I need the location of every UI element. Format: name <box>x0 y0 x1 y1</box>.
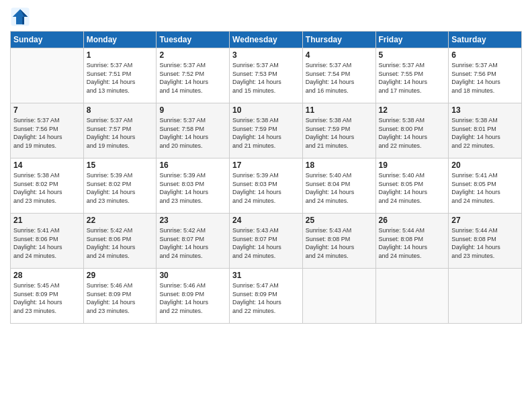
day-number: 10 <box>232 105 300 115</box>
calendar-cell: 23Sunrise: 5:42 AM Sunset: 8:07 PM Dayli… <box>157 214 230 269</box>
day-number: 1 <box>87 50 154 60</box>
day-info: Sunrise: 5:39 AM Sunset: 8:02 PM Dayligh… <box>87 171 154 205</box>
day-info: Sunrise: 5:46 AM Sunset: 8:09 PM Dayligh… <box>159 281 226 315</box>
day-number: 11 <box>306 105 373 115</box>
day-info: Sunrise: 5:37 AM Sunset: 7:56 PM Dayligh… <box>451 61 519 95</box>
calendar-cell: 24Sunrise: 5:43 AM Sunset: 8:07 PM Dayli… <box>230 214 303 269</box>
weekday-header-monday: Monday <box>83 32 157 48</box>
weekday-header-friday: Friday <box>375 32 449 48</box>
calendar-cell: 7Sunrise: 5:37 AM Sunset: 7:56 PM Daylig… <box>11 103 84 158</box>
calendar-cell: 5Sunrise: 5:37 AM Sunset: 7:55 PM Daylig… <box>375 48 449 103</box>
calendar-cell: 22Sunrise: 5:42 AM Sunset: 8:06 PM Dayli… <box>83 214 157 269</box>
header <box>10 7 522 27</box>
calendar-cell: 3Sunrise: 5:37 AM Sunset: 7:53 PM Daylig… <box>230 48 303 103</box>
logo-icon <box>10 7 30 27</box>
day-info: Sunrise: 5:39 AM Sunset: 8:03 PM Dayligh… <box>159 171 226 205</box>
calendar-cell: 16Sunrise: 5:39 AM Sunset: 8:03 PM Dayli… <box>157 158 230 214</box>
day-number: 8 <box>87 105 154 115</box>
day-number: 28 <box>13 271 81 280</box>
day-number: 27 <box>451 216 519 225</box>
day-number: 2 <box>159 50 226 60</box>
day-number: 16 <box>159 161 226 170</box>
day-info: Sunrise: 5:37 AM Sunset: 7:52 PM Dayligh… <box>159 61 226 95</box>
day-info: Sunrise: 5:38 AM Sunset: 8:01 PM Dayligh… <box>451 116 519 150</box>
day-info: Sunrise: 5:41 AM Sunset: 8:05 PM Dayligh… <box>451 171 519 205</box>
day-info: Sunrise: 5:37 AM Sunset: 7:53 PM Dayligh… <box>232 61 300 95</box>
calendar-cell: 13Sunrise: 5:38 AM Sunset: 8:01 PM Dayli… <box>449 103 522 158</box>
page: SundayMondayTuesdayWednesdayThursdayFrid… <box>0 0 532 411</box>
calendar-cell: 14Sunrise: 5:38 AM Sunset: 8:02 PM Dayli… <box>11 158 84 214</box>
day-info: Sunrise: 5:45 AM Sunset: 8:09 PM Dayligh… <box>13 281 81 315</box>
day-number: 5 <box>379 50 446 60</box>
day-info: Sunrise: 5:37 AM Sunset: 7:51 PM Dayligh… <box>87 61 154 95</box>
calendar-cell: 9Sunrise: 5:37 AM Sunset: 7:58 PM Daylig… <box>157 103 230 158</box>
calendar-cell: 27Sunrise: 5:44 AM Sunset: 8:08 PM Dayli… <box>449 214 522 269</box>
weekday-header-tuesday: Tuesday <box>157 32 230 48</box>
weekday-row: SundayMondayTuesdayWednesdayThursdayFrid… <box>11 32 522 48</box>
calendar-cell: 20Sunrise: 5:41 AM Sunset: 8:05 PM Dayli… <box>449 158 522 214</box>
calendar-cell: 4Sunrise: 5:37 AM Sunset: 7:54 PM Daylig… <box>302 48 375 103</box>
day-number: 18 <box>306 161 373 170</box>
day-info: Sunrise: 5:38 AM Sunset: 7:59 PM Dayligh… <box>306 116 373 150</box>
weekday-header-saturday: Saturday <box>449 32 522 48</box>
day-info: Sunrise: 5:38 AM Sunset: 8:00 PM Dayligh… <box>379 116 446 150</box>
day-number: 30 <box>159 271 226 280</box>
day-info: Sunrise: 5:44 AM Sunset: 8:08 PM Dayligh… <box>451 226 519 260</box>
day-number: 13 <box>451 105 519 115</box>
day-info: Sunrise: 5:37 AM Sunset: 7:55 PM Dayligh… <box>379 61 446 95</box>
day-number: 24 <box>232 216 300 225</box>
day-number: 25 <box>306 216 373 225</box>
calendar-cell: 31Sunrise: 5:47 AM Sunset: 8:09 PM Dayli… <box>230 269 303 324</box>
calendar-cell: 19Sunrise: 5:40 AM Sunset: 8:05 PM Dayli… <box>375 158 449 214</box>
day-info: Sunrise: 5:37 AM Sunset: 7:54 PM Dayligh… <box>306 61 373 95</box>
day-info: Sunrise: 5:41 AM Sunset: 8:06 PM Dayligh… <box>13 226 81 260</box>
day-number: 12 <box>379 105 446 115</box>
day-number: 7 <box>13 105 81 115</box>
day-info: Sunrise: 5:42 AM Sunset: 8:06 PM Dayligh… <box>87 226 154 260</box>
day-number: 26 <box>379 216 446 225</box>
calendar-body: 1Sunrise: 5:37 AM Sunset: 7:51 PM Daylig… <box>11 48 522 324</box>
day-number: 9 <box>159 105 226 115</box>
week-row-2: 7Sunrise: 5:37 AM Sunset: 7:56 PM Daylig… <box>11 103 522 158</box>
week-row-3: 14Sunrise: 5:38 AM Sunset: 8:02 PM Dayli… <box>11 158 522 214</box>
calendar-cell: 10Sunrise: 5:38 AM Sunset: 7:59 PM Dayli… <box>230 103 303 158</box>
weekday-header-thursday: Thursday <box>302 32 375 48</box>
calendar-cell <box>11 48 84 103</box>
day-number: 19 <box>379 161 446 170</box>
day-info: Sunrise: 5:46 AM Sunset: 8:09 PM Dayligh… <box>87 281 154 315</box>
calendar-cell: 17Sunrise: 5:39 AM Sunset: 8:03 PM Dayli… <box>230 158 303 214</box>
calendar-cell: 28Sunrise: 5:45 AM Sunset: 8:09 PM Dayli… <box>11 269 84 324</box>
day-number: 23 <box>159 216 226 225</box>
day-number: 17 <box>232 161 300 170</box>
day-number: 31 <box>232 271 300 280</box>
calendar-cell: 26Sunrise: 5:44 AM Sunset: 8:08 PM Dayli… <box>375 214 449 269</box>
day-info: Sunrise: 5:42 AM Sunset: 8:07 PM Dayligh… <box>159 226 226 260</box>
day-info: Sunrise: 5:38 AM Sunset: 8:02 PM Dayligh… <box>13 171 81 205</box>
calendar-cell: 2Sunrise: 5:37 AM Sunset: 7:52 PM Daylig… <box>157 48 230 103</box>
week-row-5: 28Sunrise: 5:45 AM Sunset: 8:09 PM Dayli… <box>11 269 522 324</box>
week-row-1: 1Sunrise: 5:37 AM Sunset: 7:51 PM Daylig… <box>11 48 522 103</box>
day-info: Sunrise: 5:37 AM Sunset: 7:57 PM Dayligh… <box>87 116 154 150</box>
day-number: 20 <box>451 161 519 170</box>
day-info: Sunrise: 5:44 AM Sunset: 8:08 PM Dayligh… <box>379 226 446 260</box>
calendar-cell: 6Sunrise: 5:37 AM Sunset: 7:56 PM Daylig… <box>449 48 522 103</box>
weekday-header-wednesday: Wednesday <box>230 32 303 48</box>
day-number: 22 <box>87 216 154 225</box>
calendar-cell: 21Sunrise: 5:41 AM Sunset: 8:06 PM Dayli… <box>11 214 84 269</box>
day-info: Sunrise: 5:40 AM Sunset: 8:05 PM Dayligh… <box>379 171 446 205</box>
day-number: 4 <box>306 50 373 60</box>
weekday-header-sunday: Sunday <box>11 32 84 48</box>
logo <box>10 7 33 27</box>
day-info: Sunrise: 5:38 AM Sunset: 7:59 PM Dayligh… <box>232 116 300 150</box>
calendar-cell: 1Sunrise: 5:37 AM Sunset: 7:51 PM Daylig… <box>83 48 157 103</box>
day-number: 3 <box>232 50 300 60</box>
day-info: Sunrise: 5:43 AM Sunset: 8:07 PM Dayligh… <box>232 226 300 260</box>
calendar-cell: 25Sunrise: 5:43 AM Sunset: 8:08 PM Dayli… <box>302 214 375 269</box>
day-number: 29 <box>87 271 154 280</box>
day-info: Sunrise: 5:37 AM Sunset: 7:56 PM Dayligh… <box>13 116 81 150</box>
calendar-cell <box>449 269 522 324</box>
day-info: Sunrise: 5:40 AM Sunset: 8:04 PM Dayligh… <box>306 171 373 205</box>
calendar-header: SundayMondayTuesdayWednesdayThursdayFrid… <box>11 32 522 48</box>
calendar-cell: 12Sunrise: 5:38 AM Sunset: 8:00 PM Dayli… <box>375 103 449 158</box>
day-info: Sunrise: 5:43 AM Sunset: 8:08 PM Dayligh… <box>306 226 373 260</box>
